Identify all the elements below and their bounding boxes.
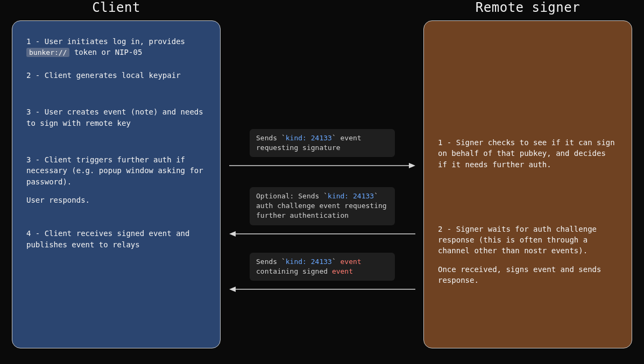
message-1: Sends `kind: 24133` event requesting sig… [228,129,416,171]
client-step-1: 1 - User initiates log in, provides bunk… [26,36,206,58]
message-2-box: Optional: Sends `kind: 24133` auth chall… [250,187,395,225]
arrow-left-icon [228,284,416,295]
client-step-2: 2 - Client generates local keypair [26,70,206,81]
message-1-a: Sends ` [256,134,286,142]
arrow-left-icon [228,229,416,239]
message-3-c: containing signed [256,267,332,275]
client-step-3b: 3 - Client triggers further auth if nece… [26,154,206,205]
svg-marker-2 [229,287,236,292]
client-step-3a: 3 - User creates event (note) and needs … [26,106,206,129]
client-step-1-text-a: 1 - User initiates log in, provides [26,37,185,46]
client-step-3b-a: 3 - Client triggers further auth if nece… [26,154,206,187]
message-3-box: Sends `kind: 24133` event containing sig… [250,253,395,281]
messages-column: Sends `kind: 24133` event requesting sig… [228,0,416,364]
message-2-a: Optional: Sends ` [256,192,328,200]
arrow-right-icon [228,160,416,171]
message-2: Optional: Sends `kind: 24133` auth chall… [228,187,416,239]
signer-step-2b: Once received, signs event and sends res… [438,264,618,286]
client-step-1-text-b: token or NIP-05 [69,48,142,56]
message-3-kind: kind: 24133 [286,258,332,266]
message-3-b: ` [332,258,341,266]
signer-step-2a: 2 - Signer waits for auth challenge resp… [438,224,618,256]
signer-panel: 1 - Signer checks to see if it can sign … [423,20,632,348]
message-1-box: Sends `kind: 24133` event requesting sig… [250,129,395,157]
svg-marker-1 [229,231,236,237]
signer-title: Remote signer [423,0,632,15]
signer-step-1: 1 - Signer checks to see if it can sign … [438,137,618,170]
client-column: Client 1 - User initiates log in, provid… [12,0,221,348]
message-3: Sends `kind: 24133` event containing sig… [228,253,416,295]
client-panel: 1 - User initiates log in, provides bunk… [12,20,221,348]
message-3-a: Sends ` [256,258,286,266]
svg-marker-0 [409,163,415,168]
message-2-kind: kind: 24133 [328,192,374,200]
message-3-event2: event [332,267,353,275]
signer-step-2: 2 - Signer waits for auth challenge resp… [438,224,618,286]
client-title: Client [12,0,221,15]
client-step-1-code: bunker:// [26,48,69,57]
message-3-event1: event [341,258,362,266]
signer-column: Remote signer 1 - Signer checks to see i… [423,0,632,348]
message-1-kind: kind: 24133 [286,134,332,142]
client-step-3b-b: User responds. [26,195,206,205]
client-step-4: 4 - Client receives signed event and pub… [26,228,206,250]
